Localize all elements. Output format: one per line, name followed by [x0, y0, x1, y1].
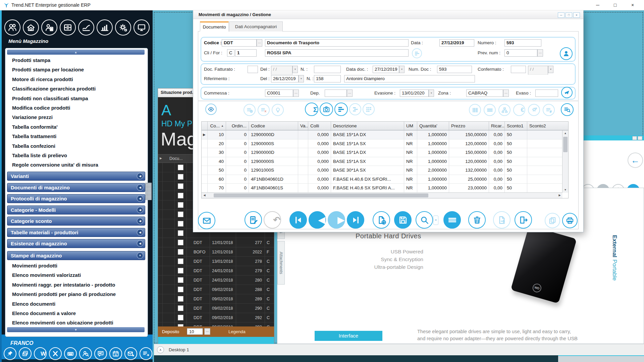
- del-date-input[interactable]: / /: [271, 66, 292, 75]
- grid-row[interactable]: 6004F1NB040601D 0,000F.BASE H.40,6 DX S/…: [202, 175, 568, 184]
- hierarchy-icon[interactable]: [498, 104, 511, 116]
- minimize-button[interactable]: ─: [589, 0, 606, 10]
- maximize-button[interactable]: □: [606, 0, 624, 10]
- grid-row[interactable]: 10012900000D 0,000BASE 15*1A DX NR1,0000…: [202, 130, 568, 139]
- rif-n-input[interactable]: 158: [314, 75, 341, 82]
- grid-row[interactable]: 30012900000D 0,000BASE 15*1A DX NR1,0000…: [202, 148, 568, 157]
- taskbar-expand-button[interactable]: ∧: [157, 346, 164, 353]
- row-checkbox[interactable]: [178, 230, 183, 236]
- collapse-arrow-icon[interactable]: ◀: [137, 207, 143, 213]
- sidebar-menu-item[interactable]: Elenco movimenti con ubicazione prodotti: [5, 318, 148, 327]
- zona-lookup-button[interactable]: ⋯: [503, 89, 509, 97]
- docfatt-input[interactable]: [248, 66, 258, 73]
- grid-vertical-scrollbar[interactable]: ▲ ▼: [562, 130, 568, 193]
- sidebar-menu-item[interactable]: Regole conversione unita' di misura: [5, 160, 148, 170]
- prev-record-icon[interactable]: ◀: [309, 211, 326, 229]
- numdoc-input[interactable]: 593: [437, 66, 472, 73]
- gear-star-icon[interactable]: [528, 104, 540, 116]
- sidebar-menu-item[interactable]: Elenco documenti: [5, 299, 148, 309]
- collapse-arrow-icon[interactable]: ◀: [137, 173, 143, 179]
- sidebar-section-header[interactable]: Varianti ◀: [7, 172, 145, 181]
- situazione-row[interactable]: DDT 24/01/2018 279 C: [158, 266, 274, 276]
- row-checkbox[interactable]: [178, 249, 183, 255]
- sidebar-menu-item[interactable]: Tabella conformita': [5, 122, 148, 132]
- confermato-date-dropdown[interactable]: ▾: [548, 66, 553, 73]
- sidebar-menu-item[interactable]: Elenco movimenti valorizzati: [5, 270, 148, 280]
- dialog-close-button[interactable]: ×: [573, 12, 580, 18]
- stack-icon[interactable]: [349, 103, 361, 115]
- keyboard-icon[interactable]: [64, 347, 77, 360]
- row-checkbox[interactable]: [178, 305, 183, 311]
- grid-row[interactable]: 40012900000S 0,000BASE 15*1A SX NR1,0000…: [202, 157, 568, 166]
- situazione-row[interactable]: DDT 12/01/2018 277 C: [158, 238, 274, 247]
- dialog-maximize-button[interactable]: □: [566, 12, 572, 18]
- dialog-minimize-button[interactable]: ─: [558, 12, 565, 18]
- last-record-icon[interactable]: [347, 211, 364, 229]
- dep-lookup-button[interactable]: ⋯: [347, 89, 353, 97]
- menu-scroll-up[interactable]: ▲: [7, 50, 145, 55]
- grid-row[interactable]: 50012901000S 0,000BASE 30*1A SX NR2,0000…: [202, 166, 568, 175]
- confermato-date-input[interactable]: / /: [528, 66, 548, 75]
- sidebar-menu-item[interactable]: Elenco documenti a valore: [5, 309, 148, 318]
- row-checkbox[interactable]: [178, 277, 183, 283]
- codice-input[interactable]: DDT: [222, 39, 257, 47]
- clifor-type-input[interactable]: C: [227, 49, 234, 57]
- copy-doc-icon[interactable]: [545, 213, 560, 228]
- rif-del-dropdown[interactable]: ▾: [299, 75, 304, 82]
- collapse-arrow-icon[interactable]: ◀: [137, 218, 143, 224]
- sidebar-menu-item[interactable]: Movimenti prodotti per piano di produzio…: [5, 290, 148, 299]
- deposito-input[interactable]: 10: [187, 328, 203, 335]
- row-checkbox[interactable]: [178, 202, 183, 208]
- sidebar-section-header[interactable]: Categorie - Modelli ◀: [7, 205, 145, 215]
- dialog-titlebar[interactable]: Movimenti di magazzino / Gestione ─ □ ×: [193, 10, 583, 19]
- catalog-close-button[interactable]: [638, 136, 642, 140]
- sidebar-menu-item[interactable]: Tabella confezioni: [5, 141, 148, 151]
- sidebar-menu-item[interactable]: Prodotti non classificati stampa: [5, 94, 148, 103]
- situazione-row[interactable]: DDT 13/01/2018 278 C: [158, 257, 274, 266]
- row-checkbox[interactable]: [178, 212, 183, 217]
- menu-icon[interactable]: [443, 211, 461, 229]
- list-send-icon[interactable]: [140, 347, 152, 360]
- sidebar-section-header[interactable]: Documenti di magazzino ◀: [7, 183, 145, 192]
- del-date-dropdown[interactable]: ▾: [292, 66, 298, 73]
- rif-nome-input[interactable]: Antonini Giampiero: [344, 75, 475, 82]
- situazione-row[interactable]: BOFO 12/01/2018 2022 F: [158, 247, 274, 257]
- edit-icon[interactable]: [245, 211, 262, 229]
- numero-input[interactable]: 593: [504, 39, 541, 47]
- row-checkbox[interactable]: [178, 221, 183, 227]
- close-button[interactable]: ×: [624, 0, 641, 10]
- situazione-row[interactable]: DDT 09/02/2018 289 C: [158, 294, 274, 304]
- tab-dati-accompagnatori[interactable]: Dati Accompagnatori: [229, 21, 283, 32]
- view-eye-icon[interactable]: [205, 104, 217, 115]
- data-input[interactable]: 27/12/2019: [439, 39, 474, 47]
- collapse-arrow-icon[interactable]: ◀: [137, 184, 143, 191]
- euro-icon[interactable]: €: [513, 104, 525, 116]
- send-plane-icon[interactable]: [561, 87, 573, 98]
- evaso-input[interactable]: [535, 89, 558, 97]
- hscroll-thumb[interactable]: [214, 193, 428, 197]
- chat-icon[interactable]: [94, 347, 107, 360]
- next-record-icon[interactable]: ▶: [328, 211, 345, 229]
- sidebar-menu-item[interactable]: Prodotti stampa per locazione: [5, 65, 148, 74]
- delete-icon[interactable]: [468, 211, 486, 229]
- camera-icon[interactable]: [320, 103, 333, 116]
- customer-person-icon[interactable]: [560, 47, 573, 60]
- interface-button[interactable]: Interface: [315, 331, 382, 341]
- excel-icon[interactable]: [49, 347, 62, 360]
- vscroll-thumb[interactable]: [563, 137, 568, 152]
- sidebar-menu-item[interactable]: Movimenti raggr. per intestatario - prod…: [5, 280, 148, 290]
- grid-header[interactable]: Co...▲ Ordin... Codice Va... Colli Descr…: [202, 122, 568, 130]
- clifor-name-input[interactable]: ROSSI SPA: [265, 49, 409, 57]
- menu-scroll-down[interactable]: ▼: [7, 327, 145, 332]
- datadoc-input[interactable]: 27/12/2019: [373, 66, 399, 73]
- barcode-icon[interactable]: [469, 104, 481, 116]
- sidebar-section-header-expanded[interactable]: Stampe di magazzino ▼: [7, 251, 145, 260]
- commessa-lookup-button[interactable]: ⋯: [293, 89, 299, 97]
- situazione-row[interactable]: DDT 09/02/2018 292 C: [158, 313, 274, 322]
- row-checkbox[interactable]: [178, 258, 183, 264]
- page-back-button[interactable]: ←: [628, 153, 643, 168]
- row-delete-icon[interactable]: [258, 104, 270, 116]
- collapse-arrow-icon[interactable]: ◀: [137, 195, 143, 202]
- home-finance-icon[interactable]: [23, 19, 39, 36]
- word-icon[interactable]: W: [34, 347, 47, 360]
